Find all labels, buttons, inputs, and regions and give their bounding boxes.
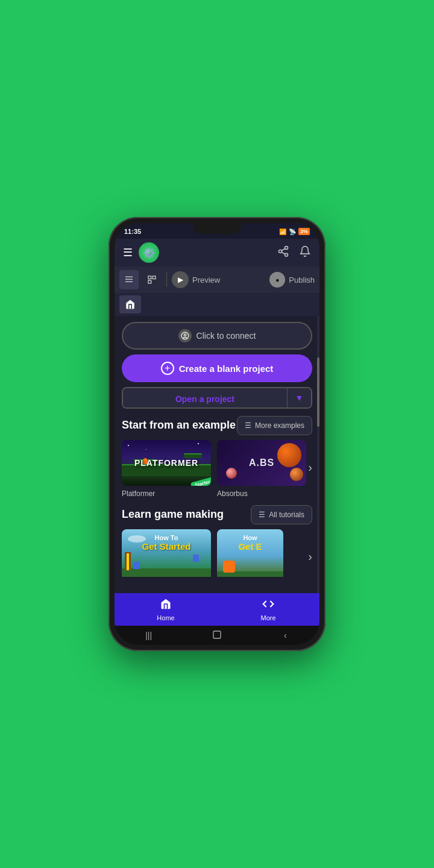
- preview-btn[interactable]: ▶ Preview: [172, 271, 220, 288]
- svg-rect-6: [125, 279, 133, 280]
- examples-next-arrow[interactable]: ›: [308, 460, 312, 474]
- dropdown-arrow-icon: ▼: [295, 393, 304, 403]
- example-card-platformer[interactable]: PLATFORMER Starter Platformer: [122, 440, 211, 498]
- toolbar-divider: [166, 272, 167, 287]
- menu-icon[interactable]: ☰: [123, 246, 133, 259]
- home-icon: [212, 630, 222, 641]
- time-display: 11:35: [124, 228, 141, 235]
- create-label: Create a blank project: [179, 363, 274, 374]
- tutorial-2-bg: How Get E: [217, 529, 283, 577]
- platformer-label: Platformer: [122, 489, 211, 498]
- open-project-row: Open a project ▼: [122, 387, 312, 409]
- absorbus-title-text: A.BS: [249, 458, 274, 468]
- objects-tool-btn[interactable]: [142, 270, 162, 289]
- play-circle: ▶: [172, 271, 189, 288]
- tutorial-2-overlay: How Get E: [217, 534, 283, 552]
- back-icon: ‹: [284, 631, 287, 640]
- all-tutorials-label: All tutorials: [269, 511, 304, 519]
- back-button[interactable]: ‹: [273, 629, 297, 641]
- home-button[interactable]: [205, 629, 229, 641]
- platformer-title-text: PLATFORMER: [134, 458, 198, 468]
- tutorials-next-arrow[interactable]: ›: [308, 550, 312, 564]
- example-card-absorbus[interactable]: A.BS Absorbus: [217, 440, 306, 498]
- preview-label: Preview: [192, 275, 220, 285]
- signal-icon: 📡: [289, 228, 296, 235]
- svg-rect-8: [148, 276, 151, 279]
- connect-icon: [178, 329, 192, 342]
- tutorial-card-get-e[interactable]: How Get E: [217, 529, 283, 577]
- app-logo[interactable]: ⚙️: [139, 242, 159, 263]
- recents-button[interactable]: |||: [137, 629, 161, 641]
- open-project-dropdown[interactable]: ▼: [287, 388, 311, 407]
- home-tab-row: [115, 293, 319, 316]
- status-indicators: 📶 📡 3%: [279, 228, 310, 235]
- publish-btn[interactable]: ● Publish: [269, 272, 315, 288]
- get-e-text: Get E: [217, 541, 283, 552]
- svg-rect-13: [213, 631, 221, 638]
- tutorials-section-title: Learn game making: [122, 508, 224, 521]
- tutorials-list-icon: ☰: [259, 511, 265, 519]
- bell-icon[interactable]: [299, 245, 311, 260]
- planet-3: [226, 468, 237, 479]
- tutorials-row: How To Get Started How Get E: [122, 529, 312, 577]
- lines-tool-btn[interactable]: [119, 270, 139, 289]
- get-started-text: Get Started: [122, 541, 211, 552]
- how-to-text: How To: [122, 534, 211, 541]
- platformer-bg: PLATFORMER Starter: [122, 440, 211, 486]
- header-left: ☰ ⚙️: [123, 242, 159, 263]
- tutorial-card-get-started[interactable]: How To Get Started: [122, 529, 211, 577]
- wifi-icon: 📶: [279, 228, 286, 235]
- create-blank-project-button[interactable]: + Create a blank project: [122, 354, 312, 382]
- more-nav-icon: [262, 598, 274, 613]
- svg-rect-7: [125, 281, 133, 282]
- recents-icon: |||: [145, 631, 152, 640]
- list-icon: ☰: [245, 421, 251, 430]
- phone-screen: 11:35 📶 📡 3% ☰ ⚙️: [115, 223, 319, 645]
- home-tab-btn[interactable]: [119, 295, 141, 313]
- how-to-text-2: How: [217, 534, 283, 541]
- open-project-button[interactable]: Open a project: [123, 388, 287, 407]
- examples-section-title: Start from an example: [122, 418, 236, 432]
- home-nav-icon: [160, 598, 172, 613]
- share-icon[interactable]: [277, 245, 289, 260]
- connect-button[interactable]: Click to connect: [122, 322, 312, 350]
- tutorial-1-bg: How To Get Started: [122, 529, 211, 577]
- phone-frame: 11:35 📶 📡 3% ☰ ⚙️: [108, 217, 326, 651]
- svg-rect-10: [148, 280, 151, 283]
- nav-home[interactable]: Home: [115, 593, 217, 626]
- svg-line-3: [281, 252, 285, 254]
- system-nav: ||| ‹: [115, 626, 319, 645]
- bottom-nav: Home More: [115, 593, 319, 626]
- publish-circle: ●: [269, 272, 285, 288]
- battery-display: 3%: [298, 228, 310, 235]
- scrollbar-thumb: [317, 357, 319, 427]
- planet-2: [290, 468, 303, 481]
- all-tutorials-button[interactable]: ☰ All tutorials: [251, 505, 312, 524]
- svg-rect-9: [153, 276, 156, 279]
- examples-section-header: Start from an example ☰ More examples: [122, 416, 312, 435]
- starter-badge: Starter: [190, 477, 211, 486]
- svg-point-12: [184, 334, 186, 336]
- platformer-thumbnail: PLATFORMER Starter: [122, 440, 211, 486]
- more-examples-label: More examples: [255, 421, 304, 430]
- content-area: Click to connect + Create a blank projec…: [115, 316, 319, 593]
- notch: [193, 223, 241, 234]
- tutorials-section-header: Learn game making ☰ All tutorials: [122, 505, 312, 524]
- scrollbar-track: [317, 316, 319, 593]
- home-nav-label: Home: [157, 614, 174, 621]
- nav-more[interactable]: More: [217, 593, 319, 626]
- toolbar: ▶ Preview ● Publish: [115, 266, 319, 293]
- header-right: [277, 245, 311, 260]
- absorbus-thumbnail: A.BS: [217, 440, 306, 486]
- app-header: ☰ ⚙️: [115, 239, 319, 266]
- more-examples-button[interactable]: ☰ More examples: [237, 416, 312, 435]
- publish-label: Publish: [289, 275, 315, 285]
- more-nav-label: More: [260, 614, 275, 621]
- examples-row: PLATFORMER Starter Platformer: [122, 440, 312, 498]
- logo-gear-icon: ⚙️: [143, 247, 155, 259]
- absorbus-bg: A.BS: [217, 440, 306, 486]
- plus-circle-icon: +: [161, 362, 174, 375]
- connect-label: Click to connect: [197, 331, 256, 341]
- svg-line-4: [281, 248, 285, 250]
- tutorial-1-overlay: How To Get Started: [122, 534, 211, 552]
